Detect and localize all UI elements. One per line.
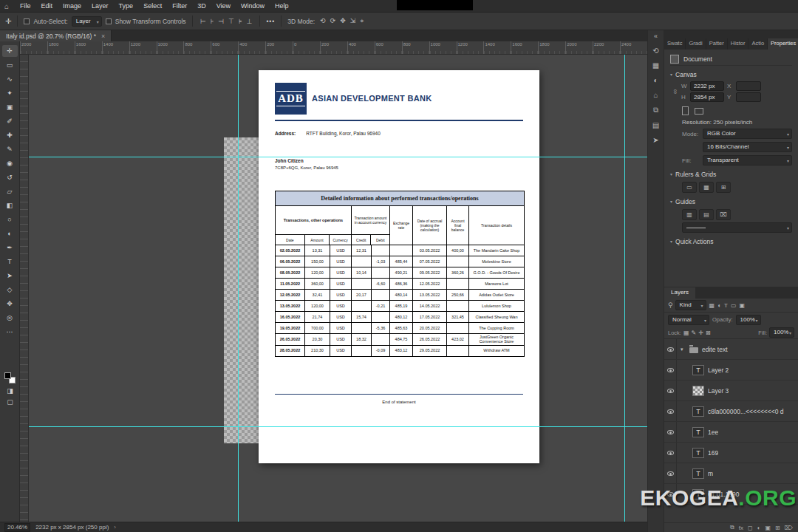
new-guide-icon[interactable]: ▥ [682,209,697,220]
menu-item[interactable]: View [211,2,236,10]
toggle-rulers-icon[interactable]: ▭ [682,182,697,193]
vertical-ruler[interactable] [20,55,29,522]
foreground-background-colors[interactable] [4,372,16,383]
layer-row[interactable]: 1ee [664,422,798,443]
collapsed-libraries-panel-icon[interactable]: ⌂ [653,91,658,99]
lock-all-icon[interactable]: ⊠ [706,330,711,336]
quick-mask-icon[interactable]: ◨ [7,388,13,395]
delete-layer-icon[interactable]: ⌦ [785,525,793,531]
layer-row[interactable]: m [664,463,798,484]
toggle-snap-icon[interactable]: ⊞ [716,182,731,193]
new-adjustment-layer-icon[interactable]: ◐ [757,525,761,531]
3d-scale-icon[interactable]: ⌖ [358,17,365,25]
eyedropper-tool[interactable]: ✐ [2,115,18,127]
filter-kind-dropdown[interactable]: Kind [675,300,706,310]
layer-row[interactable]: Layer 2 [664,360,798,381]
collapsed-clone-source-panel-icon[interactable]: ⧉ [653,106,658,115]
show-transform-controls-checkbox[interactable] [106,18,112,24]
menu-item[interactable]: 3D [192,2,211,10]
menu-item[interactable]: Edit [36,2,58,10]
blend-mode-dropdown[interactable]: Normal [668,315,709,325]
document-tab[interactable]: Italy id.psd @ 20.7% (RGB/16) * × [0,30,112,41]
guide-horizontal-bottom[interactable] [29,426,647,427]
visibility-toggle[interactable] [664,360,677,380]
canvas-x-field[interactable] [736,81,761,91]
guide-vertical-right[interactable] [624,55,625,522]
zoom-level-field[interactable]: 20.46% [4,523,30,532]
type-tool[interactable]: T [2,256,18,267]
zoom-tool[interactable]: ◎ [2,312,18,324]
link-dimensions-icon[interactable]: ∞ [672,88,679,95]
opacity-dropdown[interactable]: 100% [736,315,761,325]
3d-orbit-icon[interactable]: ⟲ [318,17,327,25]
tab-layers[interactable]: Layers [664,287,695,299]
canvas-height-field[interactable]: 2854 px [690,92,724,102]
visibility-toggle[interactable] [664,381,677,400]
visibility-toggle[interactable] [664,401,677,421]
brush-tool[interactable]: ✎ [2,143,18,155]
align-vertical-centers-icon[interactable]: ⊧ [237,18,244,25]
history-brush-tool[interactable]: ↺ [2,171,18,183]
guide-layout-icon[interactable]: ▤ [699,209,714,220]
align-right-edges-icon[interactable]: ⊣ [216,18,225,25]
filter-smart-objects-icon[interactable]: ▣ [738,302,746,309]
visibility-toggle[interactable] [664,339,677,359]
new-group-icon[interactable]: ▣ [765,525,771,531]
add-layer-mask-icon[interactable]: ◻ [748,525,753,531]
panel-tab[interactable]: Swatc [664,38,686,50]
quick-selection-tool[interactable]: ✦ [2,87,18,99]
3d-roll-icon[interactable]: ⟳ [329,17,338,25]
panel-tab[interactable]: Properties [768,38,798,50]
align-left-edges-icon[interactable]: ⊢ [199,18,208,25]
menu-item[interactable]: Help [270,2,294,10]
panel-tab[interactable]: Histor [728,38,749,50]
collapsed-swatches-panel-icon[interactable]: ▦ [652,61,659,69]
crop-tool[interactable]: ▣ [2,101,18,113]
canvas-fill-dropdown[interactable]: Transparent [703,155,792,166]
active-tool-icon[interactable]: ✛ [5,17,11,25]
bit-depth-dropdown[interactable]: 16 Bits/Channel [703,142,792,152]
layer-row[interactable]: edite text [664,339,798,360]
guide-horizontal-top[interactable] [29,157,647,157]
collapsed-paths-panel-icon[interactable]: ➤ [652,136,658,144]
move-tool[interactable]: ✛ [2,45,18,57]
path-selection-tool[interactable]: ➤ [2,270,18,282]
screen-mode-icon[interactable]: ▢ [7,399,13,406]
blur-tool[interactable]: ○ [2,214,18,225]
menu-item[interactable]: Layer [86,2,114,10]
group-expand-icon[interactable] [681,347,686,352]
panel-tab[interactable]: Patter [706,38,728,50]
align-bottom-edges-icon[interactable]: ⊥ [245,18,254,25]
status-options-icon[interactable]: › [114,524,116,531]
canvas-width-field[interactable]: 2232 px [690,81,724,91]
guide-style-dropdown[interactable] [682,222,792,233]
menu-item[interactable]: Type [114,2,139,10]
layer-row[interactable]: 169 [664,443,798,463]
3d-slide-icon[interactable]: ⇲ [349,17,358,25]
canvas-section-header[interactable]: Canvas [670,69,792,80]
edit-toolbar-icon[interactable]: ⋯ [2,326,18,338]
foreground-color-swatch[interactable] [4,372,11,379]
auto-select-checkbox[interactable] [24,18,30,24]
guide-vertical-left[interactable] [238,55,239,522]
app-home-icon[interactable]: ⌂ [4,2,9,10]
guides-section-header[interactable]: Guides [670,196,792,207]
more-options-button[interactable]: ••• [266,18,275,25]
eraser-tool[interactable]: ▱ [2,185,18,197]
healing-brush-tool[interactable]: ✚ [2,129,18,141]
canvas-y-field[interactable] [736,92,761,102]
close-tab-icon[interactable]: × [101,33,105,40]
menu-item[interactable]: File [15,2,36,10]
portrait-orientation-icon[interactable] [682,106,689,115]
link-layers-icon[interactable]: ⧉ [730,524,734,531]
clear-guides-icon[interactable]: ⌧ [716,209,731,220]
gradient-tool[interactable]: ◧ [2,200,18,211]
document-page[interactable]: ADB ASIAN DEVELOPMENT BANK Address:RTFT … [259,70,539,463]
menu-item[interactable]: Image [58,2,86,10]
pen-tool[interactable]: ✒ [2,242,18,253]
dodge-tool[interactable]: ◐ [2,228,18,239]
horizontal-ruler[interactable]: 2000180016001400120010008006004002000200… [20,41,647,55]
lasso-tool[interactable]: ∿ [2,73,18,85]
3d-pan-icon[interactable]: ✥ [338,17,347,25]
shape-tool[interactable]: ◇ [2,284,18,296]
